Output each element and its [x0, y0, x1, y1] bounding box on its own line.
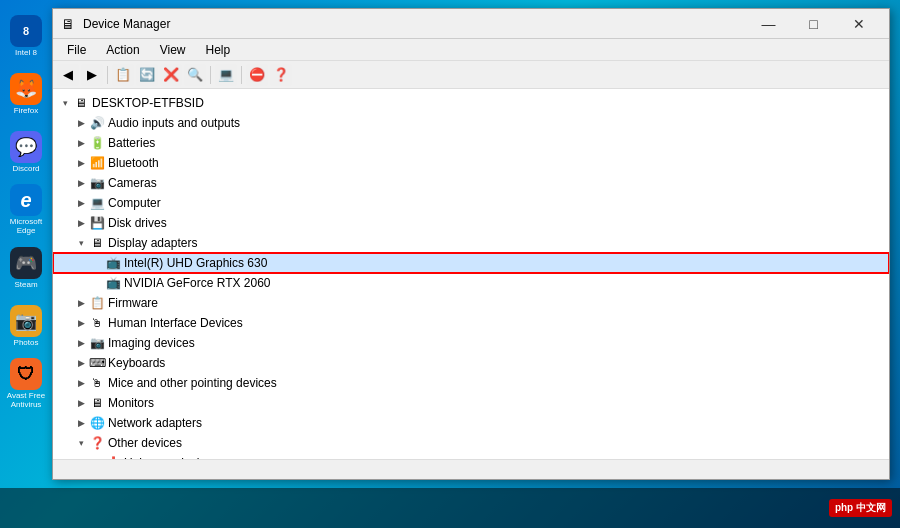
- device-icon: 📷: [89, 175, 105, 191]
- intel-label: Intel 8: [15, 49, 37, 58]
- scan-button[interactable]: 🔍: [184, 64, 206, 86]
- tree-item[interactable]: ▶💻Computer: [53, 193, 889, 213]
- device-label: Network adapters: [108, 416, 202, 430]
- tree-item[interactable]: ▶📷Imaging devices: [53, 333, 889, 353]
- close-button[interactable]: ✕: [836, 9, 881, 39]
- sidebar-icon-discord[interactable]: 💬 Discord: [6, 126, 46, 178]
- expand-icon: ▶: [73, 335, 89, 351]
- device-icon: 📷: [89, 335, 105, 351]
- tree-item[interactable]: ▶🖱Human Interface Devices: [53, 313, 889, 333]
- device-icon: 🖱: [89, 375, 105, 391]
- menu-help[interactable]: Help: [198, 41, 239, 59]
- expand-icon: ▶: [73, 175, 89, 191]
- menu-action[interactable]: Action: [98, 41, 147, 59]
- device-icon: 🖱: [89, 315, 105, 331]
- firefox-label: Firefox: [14, 107, 38, 116]
- device-icon: 🔋: [89, 135, 105, 151]
- tree-root: ▾🖥DESKTOP-ETFBSID▶🔊Audio inputs and outp…: [53, 89, 889, 459]
- properties-button[interactable]: 📋: [112, 64, 134, 86]
- photos-icon: 📷: [10, 305, 42, 337]
- sidebar-icon-photos[interactable]: 📷 Photos: [6, 300, 46, 352]
- back-button[interactable]: ◀: [57, 64, 79, 86]
- tree-item[interactable]: ▶🖥Monitors: [53, 393, 889, 413]
- menu-view[interactable]: View: [152, 41, 194, 59]
- avast-label: Avast Free Antivirus: [6, 392, 46, 410]
- device-label: Computer: [108, 196, 161, 210]
- tree-item[interactable]: ▾❓Other devices: [53, 433, 889, 453]
- device-label: DESKTOP-ETFBSID: [92, 96, 204, 110]
- device-label: Mice and other pointing devices: [108, 376, 277, 390]
- expand-icon: ▶: [73, 295, 89, 311]
- expand-icon: ▾: [57, 95, 73, 111]
- help-button[interactable]: ❓: [270, 64, 292, 86]
- device-label: Intel(R) UHD Graphics 630: [124, 256, 267, 270]
- tree-item[interactable]: ▶📋Firmware: [53, 293, 889, 313]
- status-bar: [53, 459, 889, 479]
- minimize-button[interactable]: —: [746, 9, 791, 39]
- expand-icon: ▶: [73, 375, 89, 391]
- tree-item[interactable]: ▶🌐Network adapters: [53, 413, 889, 433]
- forward-button[interactable]: ▶: [81, 64, 103, 86]
- tree-item[interactable]: ▾🖥DESKTOP-ETFBSID: [53, 93, 889, 113]
- expand-icon: ▾: [73, 435, 89, 451]
- device-icon: 📋: [89, 295, 105, 311]
- tree-item[interactable]: ▶📶Bluetooth: [53, 153, 889, 173]
- expand-icon: ▶: [73, 195, 89, 211]
- device-icon: 🖥: [89, 395, 105, 411]
- device-icon: 📺: [105, 255, 121, 271]
- intel-icon: 8: [10, 15, 42, 47]
- maximize-button[interactable]: □: [791, 9, 836, 39]
- expand-icon: ▶: [73, 115, 89, 131]
- tree-item[interactable]: ▶⌨Keyboards: [53, 353, 889, 373]
- toolbar: ◀ ▶ 📋 🔄 ❌ 🔍 💻 ⛔ ❓: [53, 61, 889, 89]
- tree-item[interactable]: ▶🖱Mice and other pointing devices: [53, 373, 889, 393]
- expand-icon: ▶: [73, 315, 89, 331]
- device-label: Display adapters: [108, 236, 197, 250]
- device-label: Imaging devices: [108, 336, 195, 350]
- edge-label: Microsoft Edge: [6, 218, 46, 236]
- device-icon: 🖥: [89, 235, 105, 251]
- tree-item[interactable]: ▾🖥Display adapters: [53, 233, 889, 253]
- discord-label: Discord: [12, 165, 39, 174]
- tree-item[interactable]: 📺Intel(R) UHD Graphics 630: [53, 253, 889, 273]
- sidebar-icon-steam[interactable]: 🎮 Steam: [6, 242, 46, 294]
- toolbar-separator-2: [210, 66, 211, 84]
- sidebar-icon-edge[interactable]: e Microsoft Edge: [6, 184, 46, 236]
- steam-label: Steam: [14, 281, 37, 290]
- title-bar: 🖥 Device Manager — □ ✕: [53, 9, 889, 39]
- sidebar-icon-firefox[interactable]: 🦊 Firefox: [6, 68, 46, 120]
- menu-bar: File Action View Help: [53, 39, 889, 61]
- steam-icon: 🎮: [10, 247, 42, 279]
- update-driver-button[interactable]: 🔄: [136, 64, 158, 86]
- sidebar-icon-intel[interactable]: 8 Intel 8: [6, 10, 46, 62]
- sidebar-icon-avast[interactable]: 🛡 Avast Free Antivirus: [6, 358, 46, 410]
- tree-item[interactable]: ▶📷Cameras: [53, 173, 889, 193]
- device-label: Other devices: [108, 436, 182, 450]
- device-manager-window: 🖥 Device Manager — □ ✕ File Action View …: [52, 8, 890, 480]
- tree-item[interactable]: 📺NVIDIA GeForce RTX 2060: [53, 273, 889, 293]
- device-label: Keyboards: [108, 356, 165, 370]
- device-icon: ❓: [89, 435, 105, 451]
- device-label: Firmware: [108, 296, 158, 310]
- discord-icon: 💬: [10, 131, 42, 163]
- uninstall-button[interactable]: ❌: [160, 64, 182, 86]
- device-icon: ⌨: [89, 355, 105, 371]
- device-icon: 💾: [89, 215, 105, 231]
- window-icon: 🖥: [61, 16, 77, 32]
- edge-icon: e: [10, 184, 42, 216]
- computer-button[interactable]: 💻: [215, 64, 237, 86]
- device-label: Human Interface Devices: [108, 316, 243, 330]
- tree-item[interactable]: ▶🔋Batteries: [53, 133, 889, 153]
- device-icon: 🔊: [89, 115, 105, 131]
- tree-item[interactable]: ▶🔊Audio inputs and outputs: [53, 113, 889, 133]
- tree-item[interactable]: ▶💾Disk drives: [53, 213, 889, 233]
- menu-file[interactable]: File: [59, 41, 94, 59]
- device-label: Disk drives: [108, 216, 167, 230]
- firefox-icon: 🦊: [10, 73, 42, 105]
- expand-icon: ▾: [73, 235, 89, 251]
- disable-button[interactable]: ⛔: [246, 64, 268, 86]
- device-tree[interactable]: ▾🖥DESKTOP-ETFBSID▶🔊Audio inputs and outp…: [53, 89, 889, 459]
- device-label: NVIDIA GeForce RTX 2060: [124, 276, 271, 290]
- php-badge: php 中文网: [829, 499, 892, 517]
- toolbar-separator-1: [107, 66, 108, 84]
